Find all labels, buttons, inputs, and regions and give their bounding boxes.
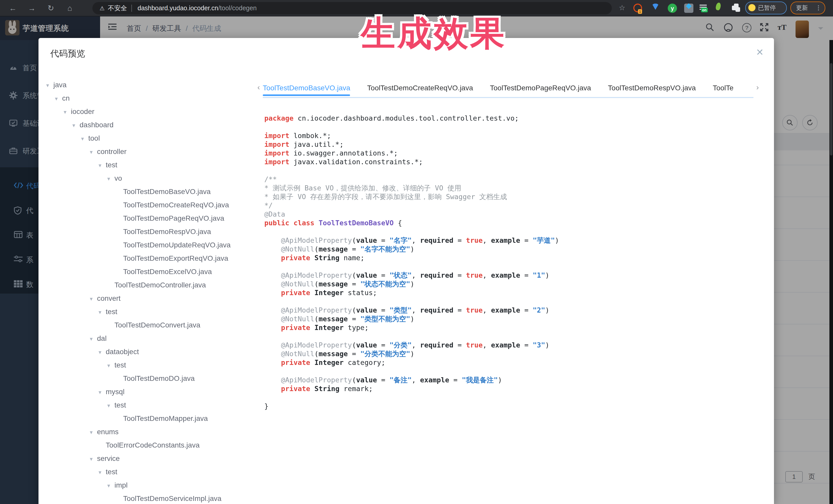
tree-node-label: mysql: [106, 387, 124, 396]
caret-down-icon[interactable]: ▾: [98, 305, 106, 319]
caret-down-icon[interactable]: ▾: [107, 479, 115, 492]
chrome-update-button[interactable]: 更新 ⋮: [790, 2, 825, 15]
tree-folder[interactable]: ▾dataobject: [45, 345, 253, 358]
extension-drop-icon[interactable]: [652, 4, 659, 13]
extension-list-icon[interactable]: on: [699, 3, 708, 13]
code-line: [264, 123, 765, 131]
extension-sprout-icon[interactable]: [715, 2, 721, 10]
extension-orange-icon[interactable]: 1: [633, 3, 642, 12]
tree-folder[interactable]: ▾iocoder: [45, 105, 253, 118]
code-viewer[interactable]: package cn.iocoder.dashboard.modules.too…: [264, 114, 765, 504]
tree-folder[interactable]: ▾test: [45, 158, 253, 171]
caret-down-icon[interactable]: ▾: [98, 159, 106, 172]
paused-extension-pill[interactable]: 已暂停: [745, 2, 787, 15]
extension-grid-icon[interactable]: [684, 3, 693, 13]
browser-menu-kebab-icon[interactable]: ⋮: [815, 2, 822, 14]
code-line: }: [264, 402, 765, 411]
code-line: private String name;: [264, 254, 765, 262]
tree-file[interactable]: ToolTestDemoServiceImpl.java: [45, 492, 253, 504]
tree-folder[interactable]: ▾convert: [45, 291, 253, 305]
tree-folder[interactable]: ▾enums: [45, 425, 253, 438]
tree-folder[interactable]: ▾test: [45, 398, 253, 412]
tree-folder[interactable]: ▾dashboard: [45, 118, 253, 131]
caret-down-icon[interactable]: ▾: [72, 119, 79, 132]
caret-down-icon[interactable]: ▾: [81, 132, 88, 145]
tree-folder[interactable]: ▾dal: [45, 332, 253, 345]
tree-node-label: test: [106, 467, 117, 476]
caret-down-icon[interactable]: ▾: [98, 385, 106, 399]
caret-down-icon[interactable]: ▾: [90, 292, 97, 305]
tree-file[interactable]: ToolTestDemoController.java: [45, 278, 253, 291]
tree-file[interactable]: ToolTestDemoRespVO.java: [45, 225, 253, 238]
file-tree: ▾java▾cn▾iocoder▾dashboard▾tool▾controll…: [45, 78, 253, 504]
caret-down-icon[interactable]: ▾: [90, 332, 97, 345]
caret-down-icon[interactable]: ▾: [46, 78, 53, 92]
tree-folder[interactable]: ▾test: [45, 358, 253, 371]
tree-file[interactable]: ToolTestDemoExportReqVO.java: [45, 251, 253, 265]
extension-green-icon[interactable]: y: [668, 3, 677, 13]
close-icon[interactable]: ✕: [756, 47, 764, 58]
code-line: package cn.iocoder.dashboard.modules.too…: [264, 114, 765, 123]
tree-folder[interactable]: ▾test: [45, 465, 253, 478]
tree-folder[interactable]: ▾java: [45, 78, 253, 91]
code-line: [264, 367, 765, 376]
caret-down-icon[interactable]: ▾: [55, 92, 62, 105]
caret-down-icon[interactable]: ▾: [64, 105, 71, 119]
tabs-scroll-right-icon[interactable]: ›: [755, 82, 761, 91]
tree-folder[interactable]: ▾cn: [45, 91, 253, 105]
tree-folder[interactable]: ▾impl: [45, 478, 253, 492]
tree-node-label: iocoder: [71, 107, 94, 116]
caret-down-icon[interactable]: ▾: [107, 399, 115, 412]
address-bar[interactable]: ⚠ 不安全 dashboard.yudao.iocoder.cn/tool/co…: [92, 2, 612, 14]
tree-folder[interactable]: ▾test: [45, 305, 253, 318]
tree-node-label: ToolTestDemoExcelVO.java: [123, 267, 212, 275]
browser-reload-icon[interactable]: ↻: [45, 0, 57, 16]
tabs-scroll-left-icon[interactable]: ‹: [256, 82, 262, 91]
file-tab-3[interactable]: ToolTestDemoRespVO.java: [608, 81, 696, 94]
code-line: [264, 166, 765, 175]
code-line: [264, 227, 765, 236]
file-tab-4[interactable]: ToolTe: [713, 81, 733, 94]
tree-node-label: test: [115, 361, 126, 369]
caret-down-icon[interactable]: ▾: [98, 345, 106, 359]
tree-file[interactable]: ToolErrorCodeConstants.java: [45, 438, 253, 452]
caret-down-icon[interactable]: ▾: [107, 359, 115, 372]
tree-folder[interactable]: ▾controller: [45, 145, 253, 158]
caret-down-icon[interactable]: ▾: [90, 452, 97, 465]
tree-folder[interactable]: ▾tool: [45, 131, 253, 145]
code-line: @ApiModelProperty(value = "名字", required…: [264, 236, 765, 245]
tree-file[interactable]: ToolTestDemoMapper.java: [45, 412, 253, 425]
tree-node-label: tool: [88, 134, 100, 142]
tree-file[interactable]: ToolTestDemoConvert.java: [45, 318, 253, 332]
browser-back-icon[interactable]: ←: [7, 0, 19, 16]
caret-down-icon[interactable]: ▾: [107, 172, 115, 185]
file-tab-1[interactable]: ToolTestDemoCreateReqVO.java: [367, 81, 473, 94]
browser-forward-icon[interactable]: →: [26, 0, 38, 16]
update-label: 更新: [796, 2, 808, 14]
tree-folder[interactable]: ▾vo: [45, 171, 253, 185]
bookmark-star-icon[interactable]: ☆: [616, 0, 628, 16]
tree-file[interactable]: ToolTestDemoDO.java: [45, 371, 253, 385]
tree-node-label: dataobject: [106, 347, 139, 356]
tree-node-label: ToolTestDemoBaseVO.java: [123, 187, 211, 195]
tree-file[interactable]: ToolTestDemoPageReqVO.java: [45, 212, 253, 225]
caret-down-icon[interactable]: ▾: [90, 145, 97, 159]
caret-down-icon[interactable]: ▾: [98, 465, 106, 479]
tree-folder[interactable]: ▾service: [45, 452, 253, 465]
code-line: @NotNull(message = "名字不能为空"): [264, 245, 765, 254]
code-line: private Integer status;: [264, 288, 765, 297]
tree-file[interactable]: ToolTestDemoBaseVO.java: [45, 185, 253, 198]
address-divider: [132, 4, 132, 11]
file-tab-2[interactable]: ToolTestDemoPageReqVO.java: [490, 81, 591, 94]
extensions-puzzle-icon[interactable]: [732, 3, 741, 13]
browser-home-icon[interactable]: ⌂: [64, 0, 76, 16]
tree-file[interactable]: ToolTestDemoExcelVO.java: [45, 265, 253, 278]
code-line: private String remark;: [264, 384, 765, 393]
tree-file[interactable]: ToolTestDemoCreateReqVO.java: [45, 198, 253, 212]
code-line: /**: [264, 175, 765, 184]
caret-down-icon[interactable]: ▾: [90, 426, 97, 439]
tree-file[interactable]: ToolTestDemoUpdateReqVO.java: [45, 238, 253, 251]
tree-folder[interactable]: ▾mysql: [45, 385, 253, 398]
file-tab-0[interactable]: ToolTestDemoBaseVO.java: [263, 81, 350, 94]
security-warning-icon[interactable]: ⚠: [100, 2, 105, 14]
